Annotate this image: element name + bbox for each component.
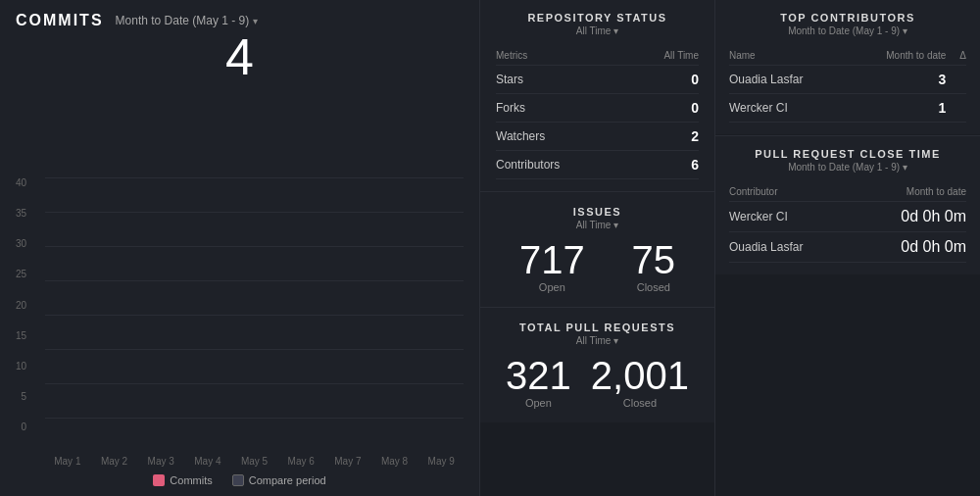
- value-forks: 0: [627, 94, 699, 123]
- table-row: Ouadia Lasfar 3: [729, 66, 966, 94]
- table-row: Stars 0: [496, 66, 699, 94]
- commits-panel: COMMITS Month to Date (May 1 - 9) ▾ 4 40…: [0, 0, 480, 496]
- value-stars: 0: [627, 66, 699, 94]
- y-label-20: 20: [16, 300, 26, 311]
- x-label-may7: May 7: [325, 456, 370, 467]
- legend-compare: Compare period: [232, 474, 326, 486]
- grid-line-7: [45, 418, 464, 419]
- pr-open-count: 321: [506, 356, 571, 395]
- commits-date-filter[interactable]: Month to Date (May 1 - 9) ▾: [116, 14, 259, 27]
- x-label-may3: May 3: [138, 456, 183, 467]
- issues-closed-block: 75 Closed: [632, 240, 676, 293]
- contributors-filter-chevron: ▾: [903, 25, 907, 36]
- col-month-header: Month to date: [849, 46, 946, 66]
- metric-stars: Stars: [496, 66, 627, 94]
- legend-commits: Commits: [153, 474, 212, 486]
- value-contributors: 6: [627, 151, 699, 179]
- issues-filter[interactable]: All Time ▾: [496, 220, 699, 230]
- pr-open-block: 321 Open: [506, 356, 571, 409]
- x-label-may1: May 1: [45, 456, 90, 467]
- legend-compare-icon: [232, 474, 244, 486]
- x-label-may5: May 5: [232, 456, 277, 467]
- legend-compare-label: Compare period: [249, 474, 326, 486]
- legend-commits-icon: [153, 474, 165, 486]
- pull-requests-panel: TOTAL PULL REQUESTS All Time ▾ 321 Open …: [480, 307, 714, 422]
- contributor-ouadia-value: 3: [849, 66, 946, 94]
- table-row: Wercker CI 0d 0h 0m: [729, 202, 966, 232]
- issues-open-count: 717: [519, 240, 585, 279]
- metric-forks: Forks: [496, 94, 627, 123]
- repo-status-title: REPOSITORY STATUS: [496, 12, 699, 24]
- chart-legend: Commits Compare period: [16, 474, 464, 486]
- value-watchers: 2: [627, 123, 699, 151]
- pr-filter-chevron: ▾: [613, 335, 618, 346]
- y-label-0: 0: [22, 422, 27, 432]
- y-label-15: 15: [16, 330, 26, 341]
- issues-title: ISSUES: [496, 206, 699, 218]
- pull-requests-filter[interactable]: All Time ▾: [496, 335, 699, 346]
- issues-closed-count: 75: [632, 240, 676, 279]
- grid-line-2: [45, 246, 464, 247]
- grid-line-top: [45, 177, 464, 178]
- pull-requests-title: TOTAL PULL REQUESTS: [496, 322, 699, 333]
- grid-line-3: [45, 280, 464, 281]
- table-row: Wercker CI 1: [729, 94, 966, 123]
- contributor-ouadia: Ouadia Lasfar: [729, 66, 849, 94]
- grid-line-6: [45, 383, 464, 384]
- y-label-5: 5: [22, 391, 27, 402]
- pct-wercker: Wercker CI: [729, 202, 855, 232]
- chart-area: 40 35 30 25 20 15 10 5 0: [16, 86, 464, 486]
- x-label-may9: May 9: [418, 456, 464, 467]
- y-label-40: 40: [16, 177, 26, 188]
- top-contributors-filter[interactable]: Month to Date (May 1 - 9) ▾: [729, 25, 966, 36]
- pct-table: Contributor Month to date Wercker CI 0d …: [729, 182, 966, 263]
- middle-panel: REPOSITORY STATUS All Time ▾ Metrics All…: [480, 0, 715, 496]
- commits-title: COMMITS: [16, 12, 104, 29]
- pct-ouadia-value: 0d 0h 0m: [855, 232, 966, 263]
- col-name-header: Name: [729, 46, 849, 66]
- pct-ouadia: Ouadia Lasfar: [729, 232, 855, 263]
- commits-header: COMMITS Month to Date (May 1 - 9) ▾: [16, 12, 464, 29]
- table-row: Forks 0: [496, 94, 699, 123]
- pr-closed-label: Closed: [591, 397, 689, 409]
- y-label-10: 10: [16, 361, 26, 372]
- table-row: Ouadia Lasfar 0d 0h 0m: [729, 232, 966, 263]
- y-label-30: 30: [16, 238, 26, 249]
- pull-requests-stats: 321 Open 2,001 Closed: [496, 356, 699, 409]
- top-contributors-title: TOP CONTRIBUTORS: [729, 12, 966, 24]
- issues-panel: ISSUES All Time ▾ 717 Open 75 Closed: [480, 191, 714, 307]
- repo-status: REPOSITORY STATUS All Time ▾ Metrics All…: [480, 0, 714, 191]
- pct-filter[interactable]: Month to Date (May 1 - 9) ▾: [729, 162, 966, 173]
- pct-filter-chevron: ▾: [903, 162, 907, 173]
- metric-contributors: Contributors: [496, 151, 627, 179]
- metric-watchers: Watchers: [496, 123, 627, 151]
- dashboard: COMMITS Month to Date (May 1 - 9) ▾ 4 40…: [0, 0, 980, 496]
- y-label-25: 25: [16, 269, 26, 279]
- grid-line-5: [45, 349, 464, 350]
- contributor-wercker-value: 1: [849, 94, 946, 123]
- issues-closed-label: Closed: [632, 281, 676, 293]
- x-label-may8: May 8: [372, 456, 417, 467]
- col-pct-month-header: Month to date: [855, 182, 966, 202]
- pr-closed-block: 2,001 Closed: [591, 356, 689, 409]
- x-label-may2: May 2: [92, 456, 137, 467]
- bar-chart: 40 35 30 25 20 15 10 5 0: [16, 177, 464, 452]
- contributor-wercker: Wercker CI: [729, 94, 849, 123]
- y-label-35: 35: [16, 208, 26, 219]
- repo-status-filter[interactable]: All Time ▾: [496, 25, 699, 36]
- col-delta-header: Δ: [946, 46, 966, 66]
- pr-closed-count: 2,001: [591, 356, 689, 395]
- chevron-down-icon: ▾: [253, 16, 258, 26]
- commits-big-number: 4: [16, 31, 464, 82]
- table-row: Watchers 2: [496, 123, 699, 151]
- x-labels: May 1 May 2 May 3 May 4 May 5 May 6 May …: [16, 456, 464, 467]
- col-contributor-header: Contributor: [729, 182, 855, 202]
- repo-filter-chevron: ▾: [613, 25, 618, 36]
- table-row: Contributors 6: [496, 151, 699, 179]
- issues-open-label: Open: [519, 281, 585, 293]
- legend-commits-label: Commits: [170, 474, 212, 486]
- col-metrics-header: Metrics: [496, 46, 627, 66]
- pr-open-label: Open: [506, 397, 571, 409]
- pct-title: PULL REQUEST CLOSE TIME: [729, 148, 966, 160]
- metrics-table: Metrics All Time Stars 0 Forks 0 Watcher…: [496, 46, 699, 179]
